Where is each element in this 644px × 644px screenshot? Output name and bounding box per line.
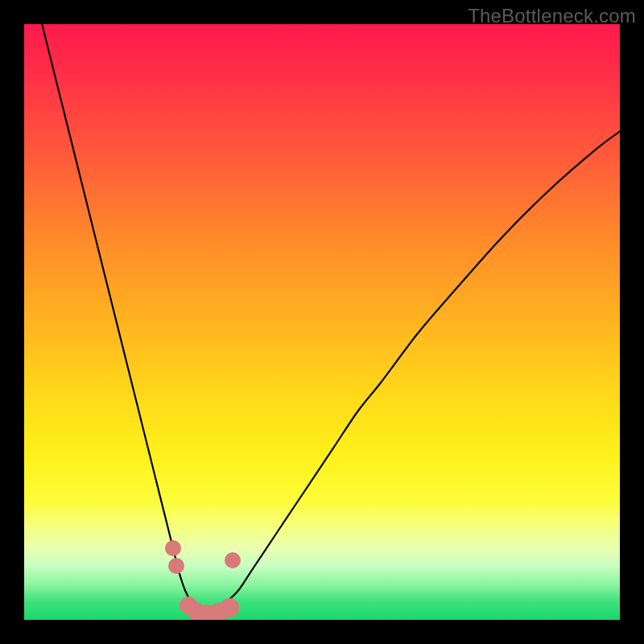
- curve-marker: [225, 552, 241, 568]
- curve-marker: [165, 540, 181, 556]
- curve-marker: [220, 598, 239, 617]
- curve-markers: [24, 24, 620, 620]
- plot-area: [24, 24, 620, 620]
- chart-frame: TheBottleneck.com: [0, 0, 644, 644]
- curve-marker: [168, 558, 184, 574]
